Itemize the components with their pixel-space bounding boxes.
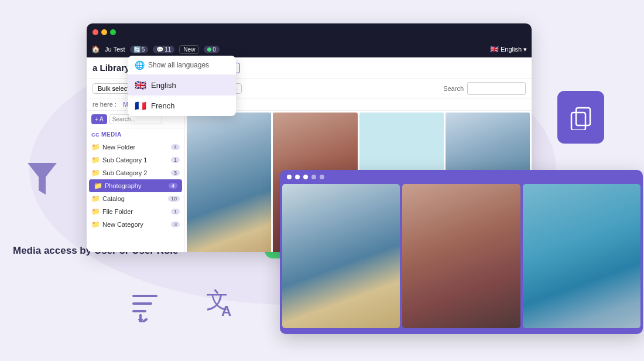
english-flag-icon: 🇬🇧 xyxy=(135,80,146,91)
sidebar-item-label: Sub Category 2 xyxy=(102,169,147,176)
sidebar-item-label: New Folder xyxy=(102,144,135,151)
nav-language[interactable]: 🇬🇧 English ▾ xyxy=(490,45,527,53)
folder-icon: 📁 xyxy=(94,182,102,190)
sidebar-item-label: New Category xyxy=(102,221,143,228)
carousel-dot-1[interactable] xyxy=(287,175,292,179)
nav-comment-badge[interactable]: 💬 11 xyxy=(153,46,174,53)
nav-site-label: Ju Test xyxy=(105,46,125,53)
lang-item-french[interactable]: 🇫🇷 French xyxy=(128,96,236,116)
sidebar-item-count: 4 xyxy=(171,144,180,150)
library-title: a Library xyxy=(93,63,129,73)
nav-language-label: English xyxy=(501,46,522,53)
lang-header-text: Show all languages xyxy=(148,61,209,69)
home-icon: 🏠 xyxy=(91,45,100,53)
french-flag-icon: 🇫🇷 xyxy=(135,100,146,111)
w2-photo-sea[interactable] xyxy=(523,184,640,328)
nav-language-arrow: ▾ xyxy=(523,46,527,53)
sidebar-item-file-folder[interactable]: 📁 File Folder 1 xyxy=(87,205,184,218)
sidebar-item-count: 4 xyxy=(169,183,177,189)
lang-dropdown-header: 🌐 Show all languages xyxy=(128,56,236,75)
sidebar-item-new-category[interactable]: 📁 New Category 3 xyxy=(87,218,184,231)
breadcrumb-prefix: re here : xyxy=(93,101,117,108)
title-bar xyxy=(87,23,532,41)
dot-count: 0 xyxy=(213,46,216,53)
folder-icon: 📁 xyxy=(91,195,100,203)
add-folder-button[interactable]: + A xyxy=(91,114,107,124)
english-label: English xyxy=(151,81,176,90)
dot-red[interactable] xyxy=(93,29,98,35)
sidebar-item-new-folder[interactable]: 📁 New Folder 4 xyxy=(87,141,184,154)
folder-icon: 📁 xyxy=(91,156,100,164)
nav-refresh-badge[interactable]: 🔄 5 xyxy=(130,46,149,53)
photo-cell-1[interactable] xyxy=(187,113,271,252)
sidebar-item-count: 3 xyxy=(171,222,180,227)
svg-text:A: A xyxy=(221,303,231,319)
language-dropdown: 🌐 Show all languages 🇬🇧 English 🇫🇷 Frenc… xyxy=(128,56,236,116)
nav-dot-badge: 0 xyxy=(204,46,220,53)
svg-rect-6 xyxy=(576,108,590,125)
folder-icon: 📁 xyxy=(91,169,100,177)
svg-rect-7 xyxy=(571,113,585,130)
window2-photo-grid xyxy=(280,184,643,331)
nav-bar: 🏠 Ju Test 🔄 5 💬 11 New 0 🇬🇧 English ▾ xyxy=(87,41,532,57)
comment-icon: 💬 xyxy=(156,46,163,53)
carousel-dot-5[interactable] xyxy=(320,175,324,179)
copy-icon xyxy=(568,104,594,130)
translate-icon: 文 A xyxy=(205,281,243,325)
lang-globe-icon: 🌐 xyxy=(135,60,145,70)
copy-icon-wrap xyxy=(557,91,604,144)
sidebar: + A CC MEDIA 📁 New Folder 4 📁 Sub Catego… xyxy=(87,111,185,252)
folder-icon: 📁 xyxy=(91,220,100,229)
w2-photo-surf[interactable] xyxy=(282,184,400,328)
w2-photo-woman[interactable] xyxy=(402,184,520,328)
lang-item-english[interactable]: 🇬🇧 English xyxy=(128,75,236,96)
sidebar-item-count: 1 xyxy=(171,157,180,163)
carousel-dot-4[interactable] xyxy=(311,175,316,179)
search-input[interactable] xyxy=(467,82,526,95)
carousel-dot-3[interactable] xyxy=(303,175,308,179)
media-label-text: MEDIA xyxy=(101,131,122,138)
sidebar-item-label: Catalog xyxy=(102,195,125,202)
dot-yellow[interactable] xyxy=(101,29,107,35)
folder-icon: 📁 xyxy=(91,207,100,216)
sidebar-item-label: File Folder xyxy=(102,208,133,215)
search-label: Search xyxy=(443,85,464,92)
nav-badge1-count: 5 xyxy=(142,46,145,53)
filter-icon xyxy=(25,158,60,202)
carousel-dot-2[interactable] xyxy=(295,175,300,179)
sidebar-item-photography[interactable]: 📁 Photography 4 xyxy=(89,179,182,192)
flag-icon: 🇬🇧 xyxy=(490,45,499,53)
sidebar-item-count: 10 xyxy=(168,196,180,202)
nav-new-button[interactable]: New xyxy=(179,45,199,54)
sidebar-item-label: Sub Category 1 xyxy=(102,156,147,164)
status-dot xyxy=(207,47,211,52)
sidebar-item-sub1[interactable]: 📁 Sub Category 1 1 xyxy=(87,154,184,166)
sort-icon xyxy=(129,287,161,325)
photo-surf-1 xyxy=(187,113,271,252)
sidebar-item-label: Photography xyxy=(105,182,141,189)
window2-dots xyxy=(280,170,643,184)
nav-badge2-count: 11 xyxy=(165,46,171,53)
refresh-icon: 🔄 xyxy=(133,46,141,53)
browser-window-2 xyxy=(280,170,643,334)
sidebar-item-sub2[interactable]: 📁 Sub Category 2 3 xyxy=(87,166,184,179)
folder-icon: 📁 xyxy=(91,143,100,151)
media-section-label: CC MEDIA xyxy=(87,128,184,141)
french-label: French xyxy=(151,101,174,110)
cc-icon: CC xyxy=(91,132,100,138)
sidebar-item-catalog[interactable]: 📁 Catalog 10 xyxy=(87,192,184,205)
dot-green[interactable] xyxy=(110,29,116,35)
sidebar-item-count: 3 xyxy=(171,170,180,176)
sidebar-item-count: 1 xyxy=(171,209,180,214)
